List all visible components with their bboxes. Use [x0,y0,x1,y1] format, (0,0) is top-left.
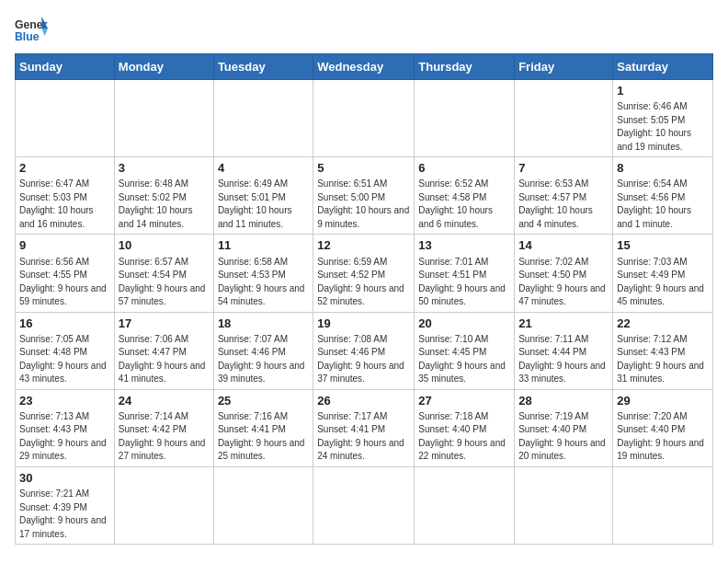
day-number: 2 [19,160,110,177]
calendar-cell: 18Sunrise: 7:07 AM Sunset: 4:46 PM Dayli… [213,312,313,389]
weekday-header-wednesday: Wednesday [313,54,415,80]
day-info: Sunrise: 6:49 AM Sunset: 5:01 PM Dayligh… [218,178,309,231]
calendar-cell [213,80,313,157]
calendar-cell: 4Sunrise: 6:49 AM Sunset: 5:01 PM Daylig… [213,157,313,235]
day-info: Sunrise: 6:59 AM Sunset: 4:52 PM Dayligh… [317,256,410,309]
day-info: Sunrise: 6:52 AM Sunset: 4:58 PM Dayligh… [418,178,510,231]
day-info: Sunrise: 7:12 AM Sunset: 4:43 PM Dayligh… [617,333,709,386]
day-info: Sunrise: 7:14 AM Sunset: 4:42 PM Dayligh… [119,410,210,464]
calendar-cell: 2Sunrise: 6:47 AM Sunset: 5:03 PM Daylig… [16,157,115,235]
calendar-cell: 13Sunrise: 7:01 AM Sunset: 4:51 PM Dayli… [415,235,515,312]
day-number: 20 [418,316,510,332]
day-number: 22 [617,316,709,332]
day-info: Sunrise: 7:19 AM Sunset: 4:40 PM Dayligh… [518,410,609,464]
calendar-cell: 11Sunrise: 6:58 AM Sunset: 4:53 PM Dayli… [213,235,313,312]
calendar-cell [114,80,213,157]
day-info: Sunrise: 7:10 AM Sunset: 4:45 PM Dayligh… [418,333,510,386]
day-number: 15 [617,237,709,254]
calendar-week-row: 30Sunrise: 7:21 AM Sunset: 4:39 PM Dayli… [16,466,713,544]
calendar-week-row: 1Sunrise: 6:46 AM Sunset: 5:05 PM Daylig… [16,80,713,157]
day-info: Sunrise: 7:20 AM Sunset: 4:40 PM Dayligh… [617,410,709,464]
day-info: Sunrise: 6:51 AM Sunset: 5:00 PM Dayligh… [317,178,410,231]
day-number: 12 [317,237,410,254]
day-info: Sunrise: 6:48 AM Sunset: 5:02 PM Dayligh… [119,178,210,231]
day-info: Sunrise: 6:46 AM Sunset: 5:05 PM Dayligh… [617,100,709,154]
weekday-header-sunday: Sunday [16,54,115,80]
day-info: Sunrise: 6:53 AM Sunset: 4:57 PM Dayligh… [518,178,609,231]
calendar-cell: 6Sunrise: 6:52 AM Sunset: 4:58 PM Daylig… [415,157,515,235]
day-info: Sunrise: 7:02 AM Sunset: 4:50 PM Dayligh… [518,256,609,309]
calendar-cell [313,466,415,544]
calendar-cell: 19Sunrise: 7:08 AM Sunset: 4:46 PM Dayli… [313,312,415,389]
calendar-cell [213,466,313,544]
day-number: 7 [518,160,609,177]
calendar-cell: 9Sunrise: 6:56 AM Sunset: 4:55 PM Daylig… [16,235,115,312]
weekday-header-monday: Monday [114,54,213,80]
calendar-cell: 27Sunrise: 7:18 AM Sunset: 4:40 PM Dayli… [415,389,515,466]
day-info: Sunrise: 7:07 AM Sunset: 4:46 PM Dayligh… [218,333,309,386]
day-number: 5 [317,160,410,177]
calendar-cell [313,80,415,157]
calendar-cell [515,466,613,544]
calendar-cell: 3Sunrise: 6:48 AM Sunset: 5:02 PM Daylig… [114,157,213,235]
day-number: 14 [518,237,609,254]
calendar-week-row: 23Sunrise: 7:13 AM Sunset: 4:43 PM Dayli… [16,389,713,466]
day-info: Sunrise: 7:13 AM Sunset: 4:43 PM Dayligh… [19,410,110,464]
day-number: 10 [119,237,210,254]
day-number: 3 [119,160,210,177]
day-info: Sunrise: 7:08 AM Sunset: 4:46 PM Dayligh… [317,333,410,386]
calendar-cell: 17Sunrise: 7:06 AM Sunset: 4:47 PM Dayli… [114,312,213,389]
calendar-week-row: 16Sunrise: 7:05 AM Sunset: 4:48 PM Dayli… [16,312,713,389]
day-number: 16 [19,316,110,332]
day-number: 30 [19,470,110,487]
calendar-cell: 30Sunrise: 7:21 AM Sunset: 4:39 PM Dayli… [16,466,115,544]
weekday-header-thursday: Thursday [415,54,515,80]
day-info: Sunrise: 6:58 AM Sunset: 4:53 PM Dayligh… [218,256,309,309]
day-number: 25 [218,393,309,409]
calendar-cell: 12Sunrise: 6:59 AM Sunset: 4:52 PM Dayli… [313,235,415,312]
page: General Blue SundayMondayTuesdayWednesda… [0,0,728,554]
calendar-cell [415,80,515,157]
day-info: Sunrise: 7:05 AM Sunset: 4:48 PM Dayligh… [19,333,110,386]
calendar-cell: 28Sunrise: 7:19 AM Sunset: 4:40 PM Dayli… [515,389,613,466]
day-number: 24 [119,393,210,409]
calendar-week-row: 2Sunrise: 6:47 AM Sunset: 5:03 PM Daylig… [16,157,713,235]
calendar-cell: 26Sunrise: 7:17 AM Sunset: 4:41 PM Dayli… [313,389,415,466]
svg-text:Blue: Blue [15,30,40,42]
logo-area: General Blue [15,15,48,42]
day-info: Sunrise: 7:01 AM Sunset: 4:51 PM Dayligh… [418,256,510,309]
day-number: 6 [418,160,510,177]
day-number: 26 [317,393,410,409]
day-number: 19 [317,316,410,332]
calendar-cell: 23Sunrise: 7:13 AM Sunset: 4:43 PM Dayli… [16,389,115,466]
day-number: 21 [518,316,609,332]
calendar-cell: 20Sunrise: 7:10 AM Sunset: 4:45 PM Dayli… [415,312,515,389]
calendar-cell: 8Sunrise: 6:54 AM Sunset: 4:56 PM Daylig… [613,157,713,235]
calendar-cell: 10Sunrise: 6:57 AM Sunset: 4:54 PM Dayli… [114,235,213,312]
weekday-header-tuesday: Tuesday [213,54,313,80]
calendar-table: SundayMondayTuesdayWednesdayThursdayFrid… [15,53,713,545]
svg-marker-3 [41,29,48,36]
day-number: 11 [218,237,309,254]
day-number: 23 [19,393,110,409]
calendar-cell: 25Sunrise: 7:16 AM Sunset: 4:41 PM Dayli… [213,389,313,466]
calendar-cell: 7Sunrise: 6:53 AM Sunset: 4:57 PM Daylig… [515,157,613,235]
day-info: Sunrise: 7:03 AM Sunset: 4:49 PM Dayligh… [617,256,709,309]
day-info: Sunrise: 7:17 AM Sunset: 4:41 PM Dayligh… [317,410,410,464]
calendar-cell: 15Sunrise: 7:03 AM Sunset: 4:49 PM Dayli… [613,235,713,312]
calendar-cell: 29Sunrise: 7:20 AM Sunset: 4:40 PM Dayli… [613,389,713,466]
calendar-cell: 5Sunrise: 6:51 AM Sunset: 5:00 PM Daylig… [313,157,415,235]
calendar-week-row: 9Sunrise: 6:56 AM Sunset: 4:55 PM Daylig… [16,235,713,312]
day-info: Sunrise: 6:54 AM Sunset: 4:56 PM Dayligh… [617,178,709,231]
calendar-cell [515,80,613,157]
calendar-cell: 22Sunrise: 7:12 AM Sunset: 4:43 PM Dayli… [613,312,713,389]
day-number: 8 [617,160,709,177]
day-number: 9 [19,237,110,254]
day-info: Sunrise: 6:47 AM Sunset: 5:03 PM Dayligh… [19,178,110,231]
header: General Blue [15,15,713,42]
day-info: Sunrise: 7:18 AM Sunset: 4:40 PM Dayligh… [418,410,510,464]
calendar-cell [114,466,213,544]
calendar-cell: 24Sunrise: 7:14 AM Sunset: 4:42 PM Dayli… [114,389,213,466]
calendar-cell: 16Sunrise: 7:05 AM Sunset: 4:48 PM Dayli… [16,312,115,389]
day-number: 29 [617,393,709,409]
